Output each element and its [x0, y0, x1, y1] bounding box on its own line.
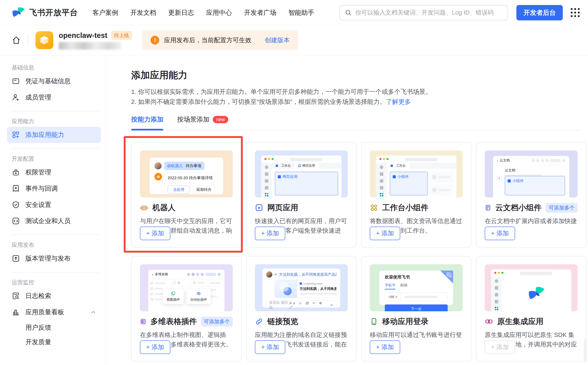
sidebar-item-log-search[interactable]: 日志检索 — [7, 288, 101, 304]
brand-name: 飞书开放平台 — [29, 7, 78, 18]
sidebar-item-add-capability[interactable]: 添加应用能力 — [7, 127, 101, 143]
sidebar-divider — [12, 235, 99, 235]
workbench-icon — [370, 204, 378, 212]
sidebar-item-version-release[interactable]: 版本管理与发布 — [7, 250, 101, 267]
add-bot-button[interactable]: + 添加 — [140, 227, 170, 240]
search-input[interactable] — [355, 9, 503, 16]
link-preview-icon — [255, 317, 263, 326]
robot-icon — [140, 204, 148, 212]
add-native-integration-button-disabled: + 添加 — [485, 340, 515, 354]
upload-icon — [12, 254, 20, 263]
card-native-thumbnail — [485, 264, 578, 311]
nav-item-changelog[interactable]: 更新日志 — [168, 8, 194, 17]
sidebar-item-label: 版本管理与发布 — [25, 254, 71, 263]
description-line-2: 2. 如果尚不确定需要添加什么能力，可切换至“按场景添加”，根据所需的业务场景选… — [131, 97, 432, 107]
warning-icon: ! — [150, 36, 159, 44]
sidebar-item-permissions[interactable]: 权限管理 — [7, 164, 101, 180]
bitable-plugin-icon — [140, 317, 146, 326]
brand-logo[interactable]: 飞书开放平台 — [12, 7, 78, 19]
card-native-integration: 原生集成应用 原生集成应用可以把原生 SDK 集成到飞书本地，并调用其中的对应方… — [476, 256, 586, 361]
nav-item-developer-plaza[interactable]: 开发者广场 — [244, 8, 276, 17]
user-plus-icon — [12, 93, 20, 102]
scrollbar-thumb[interactable] — [584, 339, 587, 362]
bot-avatar — [155, 173, 162, 180]
card-title: 网页应用 — [267, 203, 298, 213]
id-card-icon — [12, 77, 20, 85]
learn-more-link[interactable]: 了解更多 — [386, 98, 411, 105]
code-icon — [12, 217, 20, 225]
sidebar-item-label: 事件与回调 — [25, 184, 58, 193]
chat-avatar — [155, 162, 162, 169]
tab-by-capability[interactable]: 按能力添加 — [131, 115, 163, 124]
sidebar-heading-publish: 应用发布 — [12, 241, 102, 249]
nav-item-app-center[interactable]: 应用中心 — [206, 8, 232, 17]
add-web-app-button[interactable]: + 添加 — [255, 227, 285, 240]
banner-text: 应用发布后，当前配置方可生效 — [164, 36, 251, 44]
add-mobile-login-button[interactable]: + 添加 — [370, 340, 400, 354]
sidebar-heading-monitoring: 运营监控 — [12, 279, 102, 286]
card-title: 机器人 — [152, 203, 176, 213]
add-bitable-plugin-button[interactable]: + 添加 — [140, 340, 170, 354]
app-subtitle-redacted — [59, 42, 121, 49]
sidebar-item-label: 应用质量看板 — [25, 308, 64, 316]
tab-underline — [131, 130, 581, 130]
create-version-link[interactable]: 创建版本 — [265, 36, 290, 44]
app-title-block: openclaw-test 待上线 — [59, 31, 132, 49]
sidebar-item-members[interactable]: 成员管理 — [7, 89, 101, 105]
sidebar-item-label: 添加应用能力 — [25, 130, 64, 139]
apps-grid-icon[interactable] — [571, 8, 580, 17]
sidebar-item-label: 凭证与基础信息 — [25, 77, 71, 85]
multi-add-badge: 可添加多个 — [201, 317, 233, 327]
card-link-preview: 方法到实践，从不同角度提高产品思维能力！ Learning.com — [246, 256, 356, 361]
sidebar-item-quality-dashboard[interactable]: 应用质量看板 — [7, 304, 101, 320]
description-line-1: 1. 你可以根据实际需求，为应用开启能力。单个应用可开启多种能力，一个能力可用于… — [131, 87, 432, 97]
sidebar-divider — [12, 111, 99, 111]
chevron-up-icon[interactable] — [90, 309, 96, 315]
sidebar-item-events-callbacks[interactable]: 事件与回调 — [7, 180, 101, 197]
card-mobile-login: 欢迎使用飞书 手机号 邮箱 +86 ˅ 下一步 — [361, 256, 471, 361]
sidebar-item-label: 日志检索 — [25, 292, 51, 300]
card-bot-thumbnail: @机器人 待办事项 2022-05-20 待办事项详情 — [140, 150, 233, 197]
sidebar-heading-capabilities: 应用能力 — [12, 118, 102, 125]
docs-widget-icon — [485, 204, 491, 212]
sidebar-item-label: 成员管理 — [25, 93, 51, 102]
home-icon[interactable] — [12, 35, 21, 45]
tab-by-scenario[interactable]: 按场景添加 new — [177, 115, 228, 124]
new-badge: new — [213, 116, 228, 123]
sidebar-heading-basic-info: 基础信息 — [12, 64, 102, 71]
card-link-preview-thumbnail: 方法到实践，从不同角度提高产品思维能力！ Learning.com — [255, 264, 348, 311]
nav-menu: 客户案例 开发文档 更新日志 应用中心 开发者广场 智能助手 — [92, 8, 314, 17]
global-search[interactable] — [339, 5, 508, 20]
card-title: 云文档小组件 — [495, 203, 542, 213]
add-link-preview-button[interactable]: + 添加 — [255, 340, 285, 354]
multi-add-badge: 可添加多个 — [546, 203, 578, 213]
card-title: 原生集成应用 — [497, 316, 543, 327]
card-web-thumbnail: 工作台 e 网页应用 网页应用 — [255, 150, 348, 197]
add-docs-widget-button[interactable]: + 添加 — [485, 227, 515, 240]
sidebar-item-test-company[interactable]: 测试企业和人员 — [7, 213, 101, 229]
sidebar-item-label: 测试企业和人员 — [25, 217, 71, 225]
developer-console-button[interactable]: 开发者后台 — [516, 5, 563, 20]
nav-item-customer-cases[interactable]: 客户案例 — [92, 8, 118, 17]
sidebar-divider — [12, 148, 99, 149]
card-title: 多维表格插件 — [150, 316, 197, 327]
sidebar-item-credentials[interactable]: 凭证与基础信息 — [7, 73, 101, 89]
header-divider — [28, 34, 28, 46]
card-title: 链接预览 — [267, 316, 298, 327]
sidebar-item-security[interactable]: 安全设置 — [7, 197, 101, 213]
nav-item-dev-docs[interactable]: 开发文档 — [130, 8, 156, 17]
card-docs-widget: ‹ 云文档 云文档 + — [476, 142, 586, 248]
card-mobile-login-thumbnail: 欢迎使用飞书 手机号 邮箱 +86 ˅ 下一步 — [370, 264, 463, 311]
add-workbench-widget-button[interactable]: + 添加 — [370, 227, 400, 240]
sidebar-subitem-dev-quality[interactable]: 开发质量 — [12, 335, 102, 349]
nav-item-ai-assistant[interactable]: 智能助手 — [288, 8, 314, 17]
sidebar-item-label: 权限管理 — [25, 168, 51, 177]
card-docs-thumbnail: ‹ 云文档 云文档 + — [485, 150, 578, 197]
sidebar-divider — [12, 272, 99, 272]
app-avatar — [35, 31, 53, 49]
card-workbench-thumbnail: 工作台 小组件 — [370, 150, 463, 197]
card-workbench-widget: 工作台 小组件 — [361, 142, 471, 248]
sidebar-subitem-user-feedback[interactable]: 用户反馈 — [12, 320, 102, 335]
log-search-icon — [12, 292, 20, 300]
main-content: 添加应用能力 1. 你可以根据实际需求，为应用开启能力。单个应用可开启多种能力，… — [106, 55, 588, 365]
